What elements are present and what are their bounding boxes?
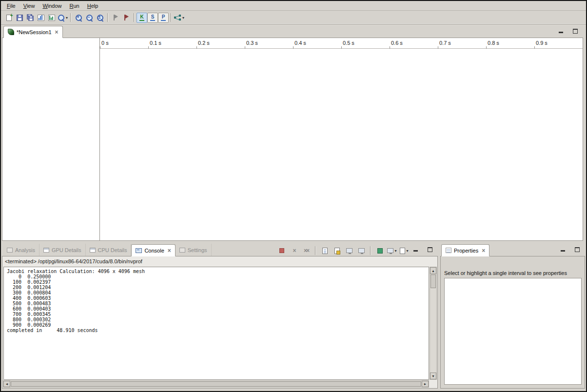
export-report-button[interactable]: [46, 12, 57, 23]
profile-system-toggle[interactable]: S: [147, 13, 158, 23]
tab-gpu-details[interactable]: GPU Details: [39, 244, 86, 256]
word-wrap-button[interactable]: [356, 245, 367, 256]
menu-run[interactable]: Run: [66, 2, 83, 10]
minimize-button[interactable]: [559, 246, 567, 253]
ruler-tick: 0.3 s: [245, 38, 293, 49]
console-line: 600 0.000403: [7, 306, 427, 312]
tab-analysis[interactable]: Analysis: [3, 244, 39, 256]
tab-settings[interactable]: Settings: [176, 244, 212, 256]
letter-s-icon: S: [151, 15, 155, 20]
ruler-tick-label: 0.1 s: [150, 40, 161, 46]
vertical-scrollbar[interactable]: ▲ ▼: [430, 267, 437, 380]
properties-tab-icon: [446, 248, 451, 253]
dropdown-arrow-icon: ▾: [394, 249, 396, 253]
search-dropdown-button[interactable]: ▾: [57, 12, 68, 23]
open-console-dropdown[interactable]: ▾: [399, 245, 410, 256]
close-icon[interactable]: ×: [482, 248, 485, 253]
maximize-button[interactable]: [426, 246, 434, 253]
timeline-ruler[interactable]: 0 s 0.1 s 0.2 s 0.3 s: [100, 38, 583, 49]
properties-panel: Properties × Select or highlight a singl…: [440, 244, 585, 389]
console-line: 900 0.000269: [7, 322, 427, 328]
timeline-canvas[interactable]: [100, 49, 583, 240]
ruler-tick-label: 0.4 s: [294, 40, 306, 46]
scroll-left-button[interactable]: ◄: [3, 381, 10, 387]
red-flag-icon: [123, 14, 129, 21]
profile-kernel-toggle[interactable]: K: [137, 13, 147, 23]
clear-console-button[interactable]: [319, 245, 330, 256]
scroll-lock-button[interactable]: [344, 245, 354, 256]
zoom-in-button[interactable]: +: [73, 12, 84, 23]
next-marker-button[interactable]: [121, 12, 132, 23]
console-line: 700 0.000345: [7, 312, 427, 317]
console-line: 400 0.000603: [7, 295, 427, 301]
clear-console-icon: [322, 248, 328, 254]
ruler-tick-label: 0.7 s: [439, 40, 451, 46]
properties-view-body: Select or highlight a single interval to…: [440, 256, 585, 389]
analysis-dropdown-button[interactable]: ▾: [174, 12, 185, 23]
scroll-up-button[interactable]: ▲: [430, 267, 436, 274]
save-all-icon: [26, 14, 34, 21]
maximize-button[interactable]: [573, 246, 581, 253]
analysis-nodes-icon: [174, 15, 181, 21]
timeline-view-body: 0 s 0.1 s 0.2 s 0.3 s: [2, 38, 583, 241]
vertical-scroll-thumb[interactable]: [430, 274, 436, 288]
open-log-button[interactable]: [332, 245, 342, 256]
toolbar-separator: [107, 13, 108, 22]
letter-k-icon: K: [140, 15, 143, 20]
remove-launch-button[interactable]: ×: [289, 245, 299, 256]
maximize-icon: [428, 247, 432, 252]
remove-all-launches-button[interactable]: ××: [301, 245, 312, 256]
ruler-tick: 0.8 s: [486, 38, 534, 49]
menu-help[interactable]: Help: [83, 2, 102, 10]
menu-window[interactable]: Window: [39, 2, 65, 10]
profile-power-toggle[interactable]: P: [158, 13, 169, 23]
horizontal-scrollbar[interactable]: ◄ ►: [3, 380, 429, 388]
zoom-out-button[interactable]: −: [84, 12, 95, 23]
prev-marker-button[interactable]: [110, 12, 121, 23]
minimize-button[interactable]: [557, 27, 565, 34]
timeline-canvas-area: 0 s 0.1 s 0.2 s 0.3 s: [100, 38, 583, 240]
console-line: 100 0.002397: [7, 279, 427, 285]
analysis-tab-icon: [7, 248, 13, 253]
maximize-icon: [575, 247, 580, 252]
new-session-button[interactable]: [3, 12, 14, 23]
menu-file[interactable]: File: [3, 2, 20, 10]
analysis-tab-label: Analysis: [15, 247, 35, 253]
tab-cpu-details[interactable]: CPU Details: [86, 244, 132, 256]
close-icon[interactable]: ×: [168, 248, 171, 253]
save-all-button[interactable]: [25, 12, 36, 23]
timeline-row-labels-panel[interactable]: [2, 38, 100, 240]
minimize-icon: [561, 250, 565, 252]
properties-empty-box: [444, 278, 582, 385]
display-console-dropdown[interactable]: ▾: [387, 245, 397, 256]
maximize-button[interactable]: [571, 27, 579, 34]
ruler-tick: 0.5 s: [341, 38, 390, 49]
menu-view[interactable]: View: [20, 2, 39, 10]
export-chart-icon: [48, 15, 55, 21]
tab-properties[interactable]: Properties ×: [441, 244, 489, 256]
console-line: Jacobi relaxation Calculation: 4096 x 40…: [7, 269, 427, 274]
console-line: 500 0.000483: [7, 301, 427, 306]
ruler-tick-label: 0.3 s: [246, 40, 258, 46]
console-output[interactable]: Jacobi relaxation Calculation: 4096 x 40…: [3, 267, 429, 380]
save-button[interactable]: [14, 12, 25, 23]
report-chart-button[interactable]: [36, 12, 46, 23]
letter-p-icon: P: [162, 15, 165, 20]
save-icon: [17, 15, 23, 21]
tab-console[interactable]: Console ×: [131, 244, 175, 256]
maximize-icon: [573, 29, 578, 34]
ruler-tick-label: 0.2 s: [198, 40, 210, 46]
close-icon[interactable]: ×: [55, 30, 59, 35]
console-process-label: <terminated> /opt/pgi/linux86-64/2017/cu…: [2, 256, 437, 265]
k-underline-icon: [139, 20, 144, 21]
pin-console-button[interactable]: [374, 245, 385, 256]
scroll-down-button[interactable]: ▼: [430, 372, 436, 379]
tab-session[interactable]: *NewSession1 ×: [3, 26, 63, 38]
console-line: 300 0.000804: [7, 290, 427, 295]
terminate-button[interactable]: [276, 245, 287, 256]
minimize-button[interactable]: [411, 246, 419, 253]
horizontal-scroll-thumb[interactable]: [11, 381, 421, 387]
minimize-icon: [413, 250, 418, 252]
zoom-fit-button[interactable]: ±: [95, 12, 105, 23]
scroll-right-button[interactable]: ►: [422, 381, 429, 387]
